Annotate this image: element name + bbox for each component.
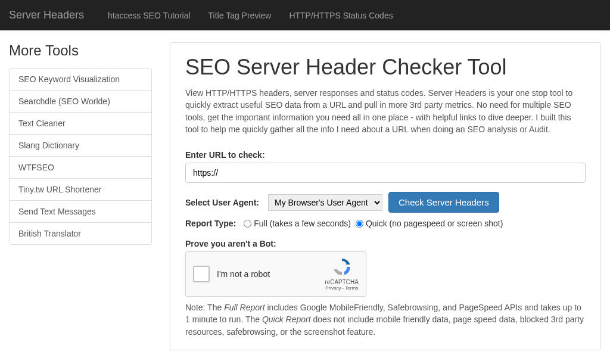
agent-label: Select User Agent: <box>185 198 259 207</box>
report-quick-label: Quick (no pagespeed or screen shot) <box>366 219 503 228</box>
nav-link-statuscodes[interactable]: HTTP/HTTPS Status Codes <box>280 2 402 29</box>
sidebar-item-searchdle[interactable]: Searchdle (SEO Worlde) <box>10 91 151 113</box>
recaptcha-checkbox[interactable] <box>193 266 210 282</box>
sidebar-item-tinytw[interactable]: Tiny.tw URL Shortener <box>10 179 151 201</box>
sidebar-item-keyword-viz[interactable]: SEO Keyword Visualization <box>10 69 151 91</box>
check-headers-button[interactable]: Check Server Headers <box>388 192 499 213</box>
page-description: View HTTP/HTTPS headers, server response… <box>185 87 586 135</box>
report-full-label: Full (takes a few seconds) <box>254 219 351 228</box>
user-agent-select[interactable]: My Browser's User Agent <box>268 194 382 211</box>
sidebar-item-sendtext[interactable]: Send Text Messages <box>10 201 151 223</box>
recaptcha-terms-link[interactable]: Terms <box>345 285 358 291</box>
sidebar-item-slang[interactable]: Slang Dictionary <box>10 135 151 157</box>
note-full-em: Full Report <box>224 303 264 312</box>
sidebar-item-british[interactable]: British Translator <box>10 223 151 244</box>
url-input[interactable] <box>185 163 586 183</box>
sidebar-item-wtfseo[interactable]: WTFSEO <box>10 157 151 179</box>
recaptcha-widget: I'm not a robot reCAPTCHA Privacy - Term… <box>185 251 366 297</box>
top-navbar: Server Headers htaccess SEO Tutorial Tit… <box>0 0 610 30</box>
report-radio-quick[interactable] <box>356 220 363 228</box>
report-radio-full[interactable] <box>244 220 251 228</box>
recaptcha-badge: reCAPTCHA Privacy - Terms <box>325 257 359 291</box>
report-label: Report Type: <box>185 219 236 228</box>
report-row: Report Type: Full (takes a few seconds) … <box>185 219 586 228</box>
nav-link-titletag[interactable]: Title Tag Preview <box>200 2 281 29</box>
recaptcha-label: I'm not a robot <box>217 269 270 279</box>
sidebar-list: SEO Keyword Visualization Searchdle (SEO… <box>9 68 152 245</box>
nav-link-htaccess[interactable]: htaccess SEO Tutorial <box>99 2 200 29</box>
recaptcha-brand: reCAPTCHA <box>325 279 359 285</box>
recaptcha-icon <box>332 257 351 276</box>
url-group: Enter URL to check: <box>185 150 586 183</box>
brand-link[interactable]: Server Headers <box>9 0 93 30</box>
sidebar-item-text-cleaner[interactable]: Text Cleaner <box>10 113 151 135</box>
note-text: Note: The Full Report includes Google Mo… <box>185 301 586 338</box>
sidebar: More Tools SEO Keyword Visualization Sea… <box>9 42 152 350</box>
nav-links: htaccess SEO Tutorial Title Tag Preview … <box>99 2 402 29</box>
agent-row: Select User Agent: My Browser's User Age… <box>185 192 586 213</box>
recaptcha-privacy-link[interactable]: Privacy <box>325 285 341 291</box>
captcha-heading: Prove you aren't a Bot: <box>185 239 586 248</box>
url-label: Enter URL to check: <box>185 150 586 160</box>
page-title: SEO Server Header Checker Tool <box>185 55 586 80</box>
main-content: SEO Server Header Checker Tool View HTTP… <box>170 42 601 350</box>
sidebar-heading: More Tools <box>9 42 152 59</box>
tool-panel: SEO Server Header Checker Tool View HTTP… <box>170 42 601 350</box>
note-quick-em: Quick Report <box>262 315 311 324</box>
note-prefix: Note: The <box>185 303 224 312</box>
